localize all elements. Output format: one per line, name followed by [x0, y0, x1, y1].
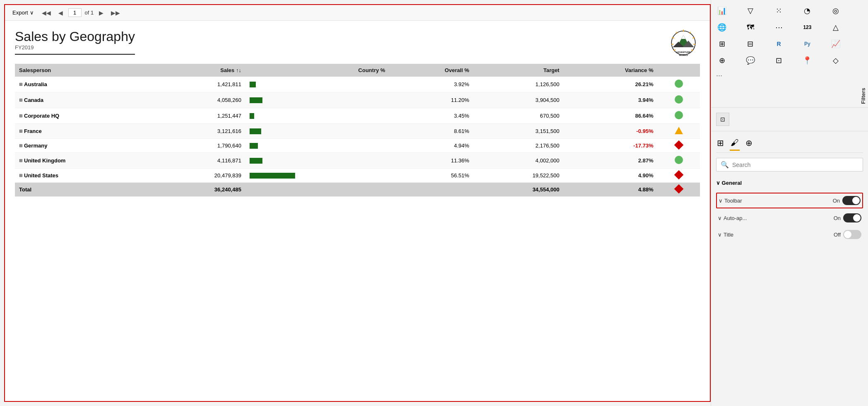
globe-icon[interactable]: 🌐	[714, 20, 729, 35]
status-cell	[658, 124, 700, 139]
general-label: ∨ General	[716, 180, 742, 186]
bubble-icon[interactable]: ⋯	[772, 20, 786, 35]
country-pct	[299, 77, 390, 92]
icons-grid: 📊 ▽ ⁙ ◔ ◎ 🌐 🗺 ⋯ 123 △ ⊞ ⊟ R Py 📈 ⊕ 💬 ⊡ 📍…	[711, 0, 858, 107]
overall-pct: 3.92%	[390, 77, 474, 92]
table-row: ⊞ Australia 1,421,811 3.92% 1,126,500 26…	[15, 77, 700, 92]
table-row: ⊞ Corporate HQ 1,251,447 3.45% 670,500 8…	[15, 108, 700, 124]
salesperson-name: Canada	[24, 97, 43, 103]
export-button[interactable]: Export ∨	[10, 9, 36, 17]
location-icon[interactable]: 📍	[800, 53, 815, 68]
total-target: 34,554,000	[474, 183, 564, 197]
r-script-icon[interactable]: R	[772, 36, 786, 51]
format-tabs: ⊞ 🖌 ⊕	[716, 136, 863, 153]
autoapply-chevron: ∨	[718, 215, 722, 221]
salesperson-name: United States	[24, 172, 58, 179]
sales-value: 1,790,640	[155, 139, 245, 153]
expand-icon[interactable]: ⊞	[19, 114, 22, 118]
bar-cell	[245, 169, 299, 183]
bar-chart-icon[interactable]: 📊	[714, 3, 729, 18]
expand-icon[interactable]: ⊞	[19, 173, 22, 178]
sales-bar	[250, 82, 256, 87]
export-label: Export	[12, 10, 28, 16]
status-cell	[658, 92, 700, 108]
grid-format-icon[interactable]: ⊞	[714, 36, 729, 51]
salesperson-name: Germany	[24, 143, 47, 149]
autoapply-toggle[interactable]	[843, 213, 861, 222]
nav-prev-button[interactable]: ◀	[56, 9, 65, 17]
erase-icon[interactable]: ◇	[828, 53, 843, 68]
map-icon[interactable]: 🗺	[743, 20, 758, 35]
country-pct	[299, 169, 390, 183]
chat-icon[interactable]: 💬	[743, 53, 758, 68]
general-header[interactable]: ∨ General	[716, 177, 863, 188]
status-cell	[658, 77, 700, 92]
expand-icon[interactable]: ⊞	[19, 129, 22, 133]
title-toggle-label: Off	[834, 232, 841, 238]
right-panel: 📊 ▽ ⁙ ◔ ◎ 🌐 🗺 ⋯ 123 △ ⊞ ⊟ R Py 📈 ⊕ 💬 ⊡ 📍…	[711, 0, 868, 406]
sales-bar	[250, 128, 261, 134]
sales-value: 4,116,871	[155, 153, 245, 169]
svg-text:ADVENTURE: ADVENTURE	[676, 51, 691, 53]
toolbar-toggle-knob	[852, 197, 860, 204]
overall-pct: 3.45%	[390, 108, 474, 124]
nav-first-button[interactable]: ◀◀	[40, 9, 53, 17]
toolbar-toggle-label: On	[833, 198, 840, 204]
variance-value: 3.94%	[563, 92, 657, 108]
number-icon[interactable]: 123	[800, 20, 815, 35]
bar-cell	[245, 124, 299, 139]
status-green-circle	[675, 80, 683, 88]
country-pct	[299, 139, 390, 153]
funnel-icon[interactable]: ▽	[743, 3, 758, 18]
col-sales: Sales ↑↓	[155, 64, 245, 77]
python-icon[interactable]: Py	[800, 36, 815, 51]
search-input[interactable]	[732, 162, 858, 168]
total-country-pct	[299, 183, 390, 197]
total-status	[658, 183, 700, 197]
panel-visual-icon: ⊡	[716, 113, 729, 126]
sales-value: 20,479,839	[155, 169, 245, 183]
total-label: Total	[15, 183, 155, 197]
combo-icon[interactable]: ⊕	[714, 53, 729, 68]
pie-chart-icon[interactable]: ◔	[800, 3, 815, 18]
report-title: Sales by Geography	[15, 29, 135, 44]
more-icons-dots: ···	[714, 70, 855, 82]
total-sales: 36,240,485	[155, 183, 245, 197]
col-bar	[245, 64, 299, 77]
page-number-input[interactable]	[68, 8, 82, 17]
title-toggle[interactable]	[843, 230, 861, 239]
grid-tab[interactable]: ⊞	[716, 136, 725, 151]
table-row: ⊞ United Kingdom 4,116,871 11.36% 4,002,…	[15, 153, 700, 169]
expand-icon[interactable]: ⊞	[19, 143, 22, 148]
nav-last-button[interactable]: ▶▶	[109, 9, 122, 17]
nav-next-button[interactable]: ▶	[97, 9, 106, 17]
total-row: Total 36,240,485 34,554,000 4.88%	[15, 183, 700, 197]
country-pct	[299, 153, 390, 169]
overall-pct: 11.20%	[390, 92, 474, 108]
bar-cell	[245, 108, 299, 124]
expand-icon[interactable]: ⊞	[19, 158, 22, 163]
paint-tab[interactable]: 🖌	[730, 136, 740, 151]
analytics-tab[interactable]: ⊕	[745, 136, 753, 151]
expand-icon[interactable]: ⊞	[19, 82, 22, 87]
toolbar-toggle[interactable]	[842, 196, 861, 205]
toolbar-label: ∨ Toolbar	[719, 198, 742, 204]
variance-value: 26.21%	[563, 77, 657, 92]
sales-bar	[250, 97, 262, 103]
line-chart-icon[interactable]: 📈	[828, 36, 843, 51]
gauge-icon[interactable]: △	[828, 20, 843, 35]
sales-value: 1,421,811	[155, 77, 245, 92]
country-pct	[299, 108, 390, 124]
target-value: 4,002,000	[474, 153, 564, 169]
col-salesperson: Salesperson	[15, 64, 155, 77]
overall-pct: 56.51%	[390, 169, 474, 183]
kpi-icon[interactable]: ⊡	[772, 53, 786, 68]
target-value: 19,522,500	[474, 169, 564, 183]
title-section: ∨ Title Off	[716, 227, 863, 242]
expand-icon[interactable]: ⊞	[19, 98, 22, 102]
donut-chart-icon[interactable]: ◎	[828, 3, 843, 18]
filters-label: Filters	[858, 85, 868, 107]
scatter-icon[interactable]: ⁙	[772, 3, 786, 18]
matrix-icon[interactable]: ⊟	[743, 36, 758, 51]
col-overall-pct: Overall %	[390, 64, 474, 77]
